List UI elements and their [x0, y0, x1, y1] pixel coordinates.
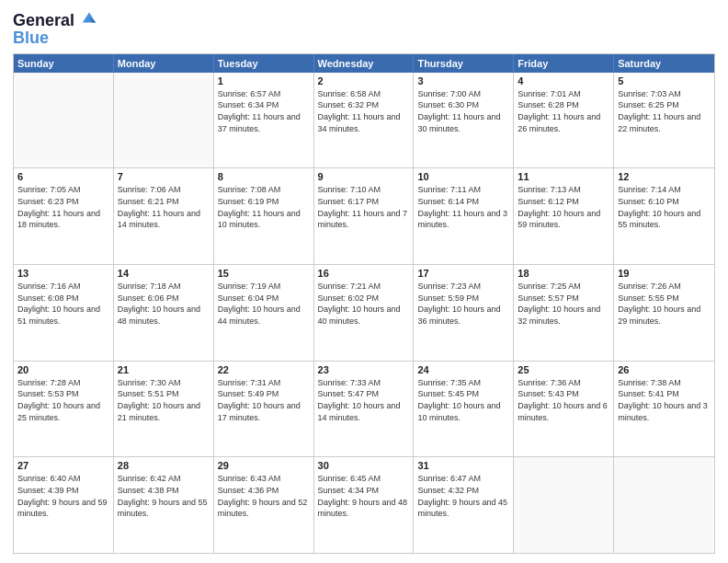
- day-number: 5: [618, 75, 711, 86]
- cal-cell: 23Sunrise: 7:33 AM Sunset: 5:47 PM Dayli…: [314, 362, 415, 457]
- cal-cell: 3Sunrise: 7:00 AM Sunset: 6:30 PM Daylig…: [414, 73, 514, 168]
- day-number: 21: [118, 364, 210, 375]
- calendar-header: SundayMondayTuesdayWednesdayThursdayFrid…: [14, 54, 714, 73]
- cal-cell: 2Sunrise: 6:58 AM Sunset: 6:32 PM Daylig…: [314, 73, 415, 168]
- cal-cell: 22Sunrise: 7:31 AM Sunset: 5:49 PM Dayli…: [214, 362, 314, 457]
- cal-cell: 19Sunrise: 7:26 AM Sunset: 5:55 PM Dayli…: [614, 265, 714, 361]
- cell-info: Sunrise: 7:11 AM Sunset: 6:14 PM Dayligh…: [417, 184, 509, 230]
- day-number: 8: [218, 171, 310, 182]
- logo-icon: [81, 9, 97, 26]
- calendar: SundayMondayTuesdayWednesdayThursdayFrid…: [13, 53, 715, 554]
- cell-info: Sunrise: 7:18 AM Sunset: 6:06 PM Dayligh…: [118, 281, 210, 327]
- cell-info: Sunrise: 7:28 AM Sunset: 5:53 PM Dayligh…: [17, 377, 109, 423]
- cal-cell: 6Sunrise: 7:05 AM Sunset: 6:23 PM Daylig…: [14, 168, 114, 264]
- cal-cell: [114, 73, 214, 168]
- page: General Blue SundayMondayTuesdayWednesda…: [0, 0, 728, 563]
- cal-cell: [14, 73, 114, 168]
- day-number: 26: [618, 364, 711, 375]
- week-row-5: 27Sunrise: 6:40 AM Sunset: 4:39 PM Dayli…: [14, 456, 714, 553]
- cal-cell: 21Sunrise: 7:30 AM Sunset: 5:51 PM Dayli…: [114, 362, 214, 457]
- day-number: 23: [318, 364, 410, 375]
- day-number: 11: [518, 171, 609, 182]
- cell-info: Sunrise: 7:06 AM Sunset: 6:21 PM Dayligh…: [118, 184, 210, 230]
- day-number: 22: [218, 364, 310, 375]
- day-number: 20: [17, 364, 109, 375]
- cell-info: Sunrise: 7:08 AM Sunset: 6:19 PM Dayligh…: [218, 184, 310, 230]
- cell-info: Sunrise: 6:45 AM Sunset: 4:34 PM Dayligh…: [318, 473, 410, 519]
- cal-cell: 26Sunrise: 7:38 AM Sunset: 5:41 PM Dayli…: [614, 362, 714, 457]
- cell-info: Sunrise: 6:47 AM Sunset: 4:32 PM Dayligh…: [417, 473, 509, 519]
- cal-cell: 29Sunrise: 6:43 AM Sunset: 4:36 PM Dayli…: [214, 457, 314, 553]
- cal-cell: 10Sunrise: 7:11 AM Sunset: 6:14 PM Dayli…: [414, 168, 514, 264]
- cell-info: Sunrise: 7:10 AM Sunset: 6:17 PM Dayligh…: [318, 184, 410, 230]
- day-number: 14: [118, 268, 210, 279]
- cell-info: Sunrise: 7:30 AM Sunset: 5:51 PM Dayligh…: [118, 377, 210, 423]
- cell-info: Sunrise: 7:05 AM Sunset: 6:23 PM Dayligh…: [17, 184, 109, 230]
- cell-info: Sunrise: 7:36 AM Sunset: 5:43 PM Dayligh…: [518, 377, 609, 423]
- cell-info: Sunrise: 7:33 AM Sunset: 5:47 PM Dayligh…: [318, 377, 410, 423]
- cell-info: Sunrise: 7:35 AM Sunset: 5:45 PM Dayligh…: [417, 377, 509, 423]
- cell-info: Sunrise: 7:13 AM Sunset: 6:12 PM Dayligh…: [518, 184, 609, 230]
- weekday-header-monday: Monday: [114, 54, 214, 73]
- cell-info: Sunrise: 7:03 AM Sunset: 6:25 PM Dayligh…: [618, 88, 711, 134]
- cal-cell: 18Sunrise: 7:25 AM Sunset: 5:57 PM Dayli…: [514, 265, 614, 361]
- weekday-header-friday: Friday: [514, 54, 614, 73]
- cal-cell: 13Sunrise: 7:16 AM Sunset: 6:08 PM Dayli…: [14, 265, 114, 361]
- header: General Blue: [13, 9, 715, 48]
- logo-text: General: [13, 9, 97, 30]
- cal-cell: 17Sunrise: 7:23 AM Sunset: 5:59 PM Dayli…: [414, 265, 514, 361]
- calendar-body: 1Sunrise: 6:57 AM Sunset: 6:34 PM Daylig…: [14, 73, 714, 553]
- cell-info: Sunrise: 6:58 AM Sunset: 6:32 PM Dayligh…: [318, 88, 410, 134]
- cell-info: Sunrise: 7:14 AM Sunset: 6:10 PM Dayligh…: [618, 184, 711, 230]
- cal-cell: [514, 457, 614, 553]
- cell-info: Sunrise: 7:26 AM Sunset: 5:55 PM Dayligh…: [618, 281, 711, 327]
- week-row-4: 20Sunrise: 7:28 AM Sunset: 5:53 PM Dayli…: [14, 361, 714, 457]
- cal-cell: 8Sunrise: 7:08 AM Sunset: 6:19 PM Daylig…: [214, 168, 314, 264]
- cal-cell: 20Sunrise: 7:28 AM Sunset: 5:53 PM Dayli…: [14, 362, 114, 457]
- day-number: 1: [218, 75, 310, 86]
- day-number: 9: [318, 171, 410, 182]
- logo-blue: Blue: [13, 29, 97, 48]
- day-number: 6: [17, 171, 109, 182]
- day-number: 7: [118, 171, 210, 182]
- day-number: 28: [118, 460, 210, 471]
- cal-cell: 11Sunrise: 7:13 AM Sunset: 6:12 PM Dayli…: [514, 168, 614, 264]
- day-number: 31: [417, 460, 509, 471]
- week-row-1: 1Sunrise: 6:57 AM Sunset: 6:34 PM Daylig…: [14, 73, 714, 168]
- week-row-3: 13Sunrise: 7:16 AM Sunset: 6:08 PM Dayli…: [14, 264, 714, 361]
- day-number: 15: [218, 268, 310, 279]
- cal-cell: 28Sunrise: 6:42 AM Sunset: 4:38 PM Dayli…: [114, 457, 214, 553]
- day-number: 17: [417, 268, 509, 279]
- cell-info: Sunrise: 7:16 AM Sunset: 6:08 PM Dayligh…: [17, 281, 109, 327]
- day-number: 18: [518, 268, 609, 279]
- day-number: 16: [318, 268, 410, 279]
- cal-cell: 14Sunrise: 7:18 AM Sunset: 6:06 PM Dayli…: [114, 265, 214, 361]
- cell-info: Sunrise: 7:21 AM Sunset: 6:02 PM Dayligh…: [318, 281, 410, 327]
- day-number: 24: [417, 364, 509, 375]
- week-row-2: 6Sunrise: 7:05 AM Sunset: 6:23 PM Daylig…: [14, 167, 714, 264]
- cal-cell: 16Sunrise: 7:21 AM Sunset: 6:02 PM Dayli…: [314, 265, 415, 361]
- cal-cell: 9Sunrise: 7:10 AM Sunset: 6:17 PM Daylig…: [314, 168, 415, 264]
- cell-info: Sunrise: 7:19 AM Sunset: 6:04 PM Dayligh…: [218, 281, 310, 327]
- day-number: 2: [318, 75, 410, 86]
- day-number: 13: [17, 268, 109, 279]
- day-number: 10: [417, 171, 509, 182]
- day-number: 12: [618, 171, 711, 182]
- weekday-header-thursday: Thursday: [414, 54, 514, 73]
- weekday-header-saturday: Saturday: [614, 54, 714, 73]
- cell-info: Sunrise: 6:42 AM Sunset: 4:38 PM Dayligh…: [118, 473, 210, 519]
- cell-info: Sunrise: 7:01 AM Sunset: 6:28 PM Dayligh…: [518, 88, 609, 134]
- cell-info: Sunrise: 7:00 AM Sunset: 6:30 PM Dayligh…: [417, 88, 509, 134]
- cell-info: Sunrise: 6:43 AM Sunset: 4:36 PM Dayligh…: [218, 473, 310, 519]
- cal-cell: 15Sunrise: 7:19 AM Sunset: 6:04 PM Dayli…: [214, 265, 314, 361]
- cal-cell: 30Sunrise: 6:45 AM Sunset: 4:34 PM Dayli…: [314, 457, 415, 553]
- cal-cell: 27Sunrise: 6:40 AM Sunset: 4:39 PM Dayli…: [14, 457, 114, 553]
- day-number: 27: [17, 460, 109, 471]
- day-number: 25: [518, 364, 609, 375]
- cal-cell: 7Sunrise: 7:06 AM Sunset: 6:21 PM Daylig…: [114, 168, 214, 264]
- cal-cell: 4Sunrise: 7:01 AM Sunset: 6:28 PM Daylig…: [514, 73, 614, 168]
- cal-cell: 5Sunrise: 7:03 AM Sunset: 6:25 PM Daylig…: [614, 73, 714, 168]
- cal-cell: 24Sunrise: 7:35 AM Sunset: 5:45 PM Dayli…: [414, 362, 514, 457]
- weekday-header-tuesday: Tuesday: [214, 54, 314, 73]
- logo: General Blue: [13, 9, 97, 48]
